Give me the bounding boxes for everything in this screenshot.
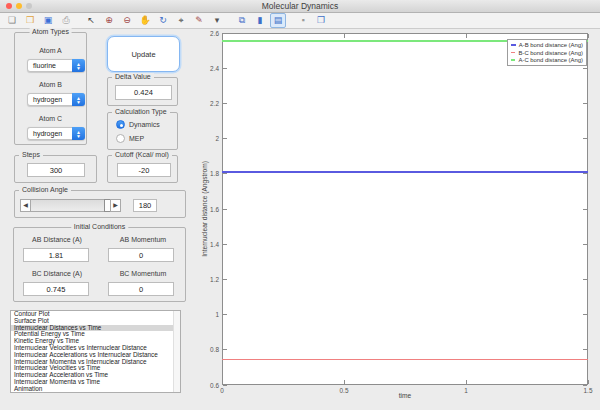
x-tick-mark: [466, 380, 467, 384]
y-tick-label: 1: [195, 311, 219, 318]
collision-angle-input[interactable]: [133, 199, 157, 212]
pan-tool-icon[interactable]: ✋: [137, 13, 153, 28]
popup-chevrons-icon: ▲▼: [72, 59, 85, 72]
app-window: Molecular Dynamics ❏❒▣⎙↖⊕⊖✋↻⌖✎▾⧉▮▤▪❐ Ato…: [0, 0, 600, 410]
y-tick-label: 2.6: [195, 30, 219, 37]
steps-input[interactable]: [27, 163, 85, 177]
delta-value-input[interactable]: [115, 85, 172, 100]
y-tick-mark: [223, 244, 227, 245]
plot-type-listbox[interactable]: Contour PlotSurface PlotInternuclear Dis…: [10, 310, 181, 393]
steps-panel: Steps: [14, 155, 97, 183]
insert-colorbar-icon[interactable]: ▮: [252, 13, 268, 28]
legend-label: B-C bond distance (Ang): [518, 50, 583, 56]
figure-toolbar: ❏❒▣⎙↖⊕⊖✋↻⌖✎▾⧉▮▤▪❐: [0, 13, 600, 29]
ab-distance-label: AB Distance (A): [14, 236, 100, 243]
bc-distance-input[interactable]: [23, 282, 89, 296]
brush-tool-icon[interactable]: ✎: [191, 13, 207, 28]
popup-chevrons-icon: ▲▼: [72, 127, 85, 140]
update-button[interactable]: Update: [107, 36, 180, 72]
legend-entry: A-B bond distance (Ang): [511, 42, 583, 48]
cutoff-input[interactable]: [117, 163, 171, 177]
listbox-scrollbar[interactable]: [173, 311, 180, 392]
popup-chevrons-icon: ▲▼: [72, 93, 85, 106]
x-tick-label: 1.5: [576, 387, 600, 394]
plot-legend[interactable]: A-B bond distance (Ang)B-C bond distance…: [507, 39, 587, 66]
y-tick-mark: [583, 33, 587, 34]
y-tick-mark: [583, 173, 587, 174]
y-axis-title: Internuclear distance (Angstrom): [201, 161, 208, 257]
radio-mep-button[interactable]: [116, 134, 125, 143]
calculation-type-panel: Calculation Type Dynamics MEP: [107, 112, 178, 150]
slider-track[interactable]: [30, 199, 110, 212]
initial-conditions-title: Initial Conditions: [71, 223, 128, 230]
radio-dynamics[interactable]: Dynamics: [116, 120, 160, 129]
y-tick-mark: [583, 385, 587, 386]
x-tick-mark: [588, 380, 589, 384]
y-tick-mark: [583, 103, 587, 104]
y-tick-mark: [223, 138, 227, 139]
radio-dynamics-button[interactable]: [116, 120, 125, 129]
y-tick-mark: [223, 33, 227, 34]
x-tick-label: 0.5: [332, 387, 356, 394]
zoom-out-tool-icon[interactable]: ⊖: [119, 13, 135, 28]
ab-momentum-input[interactable]: [108, 248, 174, 262]
ab-momentum-label: AB Momentum: [100, 236, 186, 243]
cutoff-panel: Cutoff (Kcal/ mol): [107, 155, 178, 183]
x-tick-mark: [344, 380, 345, 384]
bc-momentum-input[interactable]: [108, 282, 174, 296]
ab-distance-input[interactable]: [23, 248, 89, 262]
atom-c-value: hydrogen: [33, 128, 62, 140]
x-tick-mark: [222, 34, 223, 38]
delta-value-title: Delta Value: [112, 73, 154, 80]
new-figure-icon[interactable]: ❏: [4, 13, 20, 28]
y-tick-mark: [223, 173, 227, 174]
legend-label: A-C bond distance (Ang): [518, 57, 583, 63]
x-tick-mark: [344, 34, 345, 38]
delta-value-panel: Delta Value: [107, 77, 178, 106]
atom-a-popup[interactable]: fluorine ▲▼: [27, 59, 85, 72]
steps-title: Steps: [19, 151, 43, 158]
y-tick-mark: [583, 349, 587, 350]
x-tick-mark: [466, 34, 467, 38]
legend-line-sample: [511, 52, 515, 54]
data-cursor-tool-icon[interactable]: ⌖: [173, 13, 189, 28]
rotate-3d-tool-icon[interactable]: ↻: [155, 13, 171, 28]
radio-mep-label: MEP: [129, 135, 144, 142]
plot-list-item[interactable]: Animation: [11, 386, 180, 393]
y-tick-mark: [223, 349, 227, 350]
y-tick-mark: [583, 244, 587, 245]
atom-a-value: fluorine: [33, 60, 56, 72]
y-tick-label: 2: [195, 135, 219, 142]
y-tick-label: 1.2: [195, 276, 219, 283]
link-plots-icon[interactable]: ⧉: [234, 13, 250, 28]
print-figure-icon[interactable]: ⎙: [58, 13, 74, 28]
initial-conditions-panel: Initial Conditions AB Distance (A) AB Mo…: [13, 227, 186, 302]
bc-distance-label: BC Distance (A): [14, 270, 100, 277]
insert-legend-icon[interactable]: ▤: [270, 13, 286, 28]
y-tick-mark: [583, 68, 587, 69]
y-tick-label: 0.8: [195, 346, 219, 353]
open-file-icon[interactable]: ❒: [22, 13, 38, 28]
slider-right-arrow[interactable]: ▶: [110, 199, 121, 212]
radio-dynamics-label: Dynamics: [129, 121, 160, 128]
bc-momentum-label: BC Momentum: [100, 270, 186, 277]
save-figure-icon[interactable]: ▣: [40, 13, 56, 28]
toolbar-separator: [226, 14, 233, 27]
atom-c-popup[interactable]: hydrogen ▲▼: [27, 127, 85, 140]
pointer-tool-icon[interactable]: ↖: [83, 13, 99, 28]
hide-plot-tools-icon[interactable]: ▪: [295, 13, 311, 28]
brush-dropdown-icon[interactable]: ▾: [209, 13, 225, 28]
y-tick-mark: [223, 209, 227, 210]
atom-b-popup[interactable]: hydrogen ▲▼: [27, 93, 85, 106]
cutoff-title: Cutoff (Kcal/ mol): [112, 151, 172, 158]
y-tick-mark: [583, 209, 587, 210]
show-plot-tools-icon[interactable]: ❐: [313, 13, 329, 28]
legend-line-sample: [511, 44, 516, 46]
atom-b-label: Atom B: [15, 81, 86, 88]
legend-label: A-B bond distance (Ang): [519, 42, 583, 48]
y-tick-mark: [223, 279, 227, 280]
radio-mep[interactable]: MEP: [116, 134, 144, 143]
zoom-in-tool-icon[interactable]: ⊕: [101, 13, 117, 28]
y-tick-mark: [223, 103, 227, 104]
plot-axes[interactable]: [222, 33, 588, 385]
